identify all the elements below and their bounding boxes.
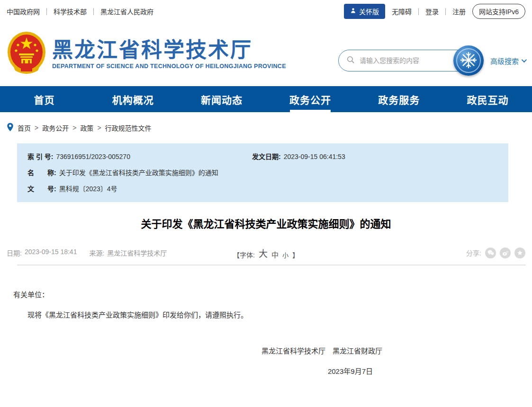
advanced-search-link[interactable]: 高级搜索 [490, 56, 525, 66]
advanced-search-label: 高级搜索 [490, 56, 519, 66]
location-pin-icon [7, 123, 14, 133]
favorite-star-icon[interactable] [514, 248, 525, 258]
info-issue-date: 发文日期: 2023-09-15 06:41:53 [252, 152, 499, 161]
ipv6-badge: 网站支持IPv6 [472, 4, 525, 19]
site-header: 黑龙江省科学技术厅 DEPARTMENT OF SCIENCE AND TECH… [0, 23, 532, 86]
link-hlj-gov[interactable]: 黑龙江省人民政府 [100, 7, 153, 16]
nav-item-gov-services[interactable]: 政务服务 [355, 86, 443, 112]
nav-item-organization[interactable]: 机构概况 [89, 86, 177, 112]
divider [445, 8, 446, 15]
article-meta-left: 日期: 2023-09-15 18:41 来源: 黑龙江省科学技术厅 [7, 248, 167, 257]
nav-item-gov-disclosure[interactable]: 政务公开 [266, 86, 355, 112]
font-ctl-open: 【字体: [233, 250, 255, 259]
article-date: 日期: 2023-09-15 18:41 [7, 248, 77, 257]
link-china-gov[interactable]: 中国政府网 [7, 7, 40, 16]
info-index-number: 索 引 号: 736916951/2023-005270 [27, 152, 252, 161]
info-row: 文 号: 黑科规〔2023〕4号 [27, 184, 499, 194]
nav-item-news[interactable]: 新闻动态 [177, 86, 266, 112]
info-value: 黑科规〔2023〕4号 [59, 184, 117, 194]
article-body: 有关单位： 现将《黑龙江省科技类产业政策实施细则》印发给你们，请遵照执行。 黑龙… [0, 288, 532, 407]
search-input[interactable] [360, 57, 465, 64]
share-label: 分享: [466, 248, 481, 257]
breadcrumb-separator: > [72, 124, 76, 132]
signature-organizations: 黑龙江省科学技术厅 黑龙江省财政厅 [13, 345, 519, 358]
divider [418, 8, 419, 15]
breadcrumb-separator: > [35, 124, 38, 132]
font-size-large-button[interactable]: 大 [259, 247, 268, 259]
gov-links: 中国政府网 科学技术部 黑龙江省人民政府 [7, 7, 153, 16]
top-utility-bar: 中国政府网 科学技术部 黑龙江省人民政府 关怀版 无障碍 登录 注册 网站支持I… [0, 0, 532, 23]
signature-date: 2023年9月7日 [13, 365, 519, 379]
link-most[interactable]: 科学技术部 [54, 7, 87, 16]
button-ring [456, 48, 481, 73]
main-navigation: 首页 机构概况 新闻动态 政务公开 政务服务 政民互动 [0, 86, 532, 112]
accessibility-link[interactable]: 无障碍 [392, 7, 412, 16]
site-logo[interactable]: 黑龙江省科学技术厅 DEPARTMENT OF SCIENCE AND TECH… [7, 31, 286, 78]
breadcrumb-separator: > [97, 124, 101, 132]
search-icon [346, 55, 355, 66]
care-version-button[interactable]: 关怀版 [344, 4, 385, 19]
info-value: 关于印发《黑龙江省科技类产业政策实施细则》的通知 [59, 168, 218, 177]
breadcrumb-policy[interactable]: 政策 [80, 123, 93, 133]
wechat-share-icon[interactable] [485, 248, 496, 258]
nav-item-home[interactable]: 首页 [0, 86, 89, 112]
info-document-number: 文 号: 黑科规〔2023〕4号 [27, 184, 499, 194]
font-size-medium-button[interactable]: 中 [271, 249, 279, 259]
breadcrumb: 首页 > 政务公开 > 政策 > 行政规范性文件 [0, 112, 532, 141]
search-area: 高级搜索 [338, 45, 525, 76]
font-size-control: 【字体: 大 中 小 】 [233, 247, 299, 259]
date-label: 日期: [7, 248, 22, 257]
date-value: 2023-09-15 18:41 [25, 248, 77, 257]
document-info-box: 索 引 号: 736916951/2023-005270 发文日期: 2023-… [17, 143, 508, 202]
person-icon [350, 8, 356, 15]
info-value: 2023-09-15 06:41:53 [284, 152, 345, 161]
breadcrumb-current: 行政规范性文件 [105, 123, 152, 133]
nav-item-interaction[interactable]: 政民互动 [443, 86, 532, 112]
divider [17, 265, 526, 265]
salutation-text: 有关单位： [13, 288, 519, 302]
share-controls: 分享: [466, 248, 525, 258]
national-emblem-logo [7, 31, 46, 78]
divider [93, 8, 94, 15]
info-row: 索 引 号: 736916951/2023-005270 发文日期: 2023-… [27, 152, 499, 161]
body-paragraph: 现将《黑龙江省科技类产业政策实施细则》印发给你们，请遵照执行。 [13, 309, 519, 322]
site-title-english: DEPARTMENT OF SCIENCE AND TECHNOLOGY OF … [52, 63, 286, 70]
info-value: 736916951/2023-005270 [56, 152, 130, 161]
breadcrumb-home[interactable]: 首页 [18, 123, 31, 133]
article-title: 关于印发《黑龙江省科技类产业政策实施细则》的通知 [0, 215, 532, 230]
info-document-name: 名 称: 关于印发《黑龙江省科技类产业政策实施细则》的通知 [27, 168, 499, 177]
search-submit-button[interactable] [453, 45, 484, 76]
breadcrumb-gov-disclosure[interactable]: 政务公开 [42, 123, 69, 133]
weibo-share-icon[interactable] [500, 248, 511, 258]
article-meta-bar: 日期: 2023-09-15 18:41 来源: 黑龙江省科学技术厅 【字体: … [7, 247, 525, 259]
info-label: 发文日期: [252, 152, 281, 161]
register-link[interactable]: 注册 [452, 7, 466, 16]
site-title-block: 黑龙江省科学技术厅 DEPARTMENT OF SCIENCE AND TECH… [52, 39, 286, 70]
source-label: 来源: [89, 248, 104, 257]
divider [46, 8, 47, 15]
font-ctl-close: 】 [292, 250, 299, 259]
chevron-down-icon [522, 57, 527, 62]
account-links: 关怀版 无障碍 登录 注册 网站支持IPv6 [344, 4, 525, 19]
site-title: 黑龙江省科学技术厅 [52, 39, 286, 61]
source-value: 黑龙江省科学技术厅 [107, 248, 167, 257]
font-size-small-button[interactable]: 小 [282, 250, 289, 259]
login-link[interactable]: 登录 [425, 7, 439, 16]
info-label: 文 号: [27, 184, 56, 194]
care-version-label: 关怀版 [359, 7, 379, 16]
info-row: 名 称: 关于印发《黑龙江省科技类产业政策实施细则》的通知 [27, 168, 499, 177]
article-source: 来源: 黑龙江省科学技术厅 [89, 248, 167, 257]
info-label: 索 引 号: [27, 152, 53, 161]
info-label: 名 称: [27, 168, 56, 177]
